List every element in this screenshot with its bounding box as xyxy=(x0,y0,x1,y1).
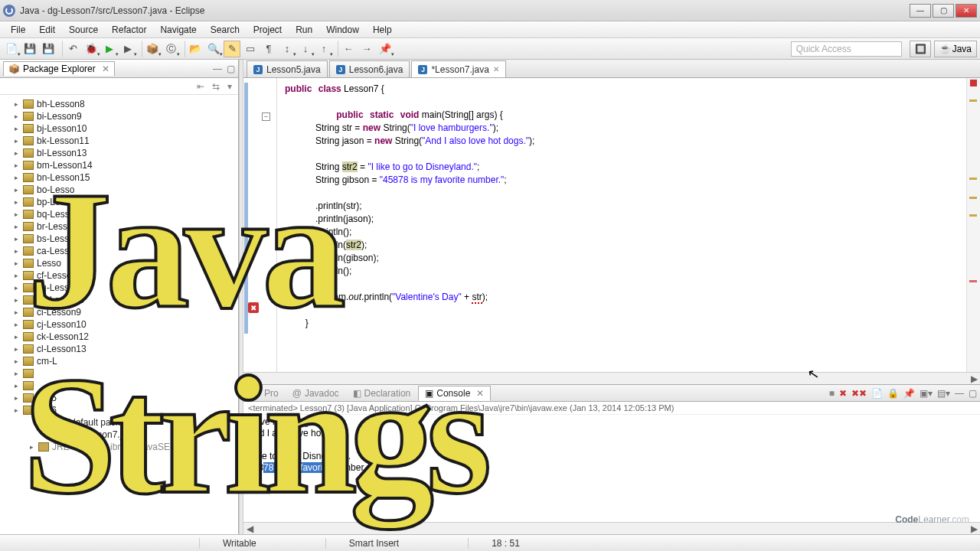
menu-navigate[interactable]: Navigate xyxy=(154,23,202,37)
tree-item[interactable]: ▸bh-Lesson8 xyxy=(2,98,237,110)
toggle-mark-icon[interactable]: ✎ xyxy=(224,41,240,57)
problems-tab[interactable]: ⚠Pro xyxy=(247,386,285,400)
remove-all-icon[interactable]: ✖✖ xyxy=(851,388,867,399)
menu-search[interactable]: Search xyxy=(204,23,246,37)
maximize-view-icon[interactable]: ▢ xyxy=(969,388,977,399)
tree-item[interactable]: ▸br-Lesso xyxy=(2,220,237,233)
toggle-block-icon[interactable]: ▭ xyxy=(242,41,259,57)
tree-item[interactable]: ▸ Lesso xyxy=(2,257,237,269)
close-button[interactable]: ✕ xyxy=(956,4,977,18)
editor-tab-lesson6[interactable]: Lesson6.java xyxy=(329,60,410,77)
code-area[interactable]: public class Lesson7 { public static voi… xyxy=(277,78,966,372)
code-editor[interactable]: − ✖ public class Lesson7 { public static… xyxy=(243,78,980,372)
tree-item[interactable]: ▸bp-Lesso xyxy=(2,196,237,208)
editor-tab-lesson7[interactable]: *Lesson7.java✕ xyxy=(411,60,505,77)
overview-ruler[interactable] xyxy=(966,78,980,372)
forward-icon[interactable]: → xyxy=(358,41,375,57)
tree-item[interactable]: ▸ xyxy=(2,380,237,392)
menu-refactor[interactable]: Refactor xyxy=(106,23,152,37)
fold-toggle-icon[interactable]: − xyxy=(262,112,270,121)
run-last-icon[interactable]: ▶ xyxy=(119,41,136,57)
new-icon[interactable]: 📄 xyxy=(3,41,20,57)
tree-item[interactable]: ▸bq-Lesso xyxy=(2,208,237,220)
tree-item[interactable]: ▸bk-Lesson11 xyxy=(2,135,237,147)
tree-item[interactable]: ▸ci-Lesson9 xyxy=(2,306,237,318)
tree-item[interactable]: ▸cm-L xyxy=(2,355,237,367)
minimize-view-icon[interactable]: — xyxy=(213,64,222,74)
scroll-lock-icon[interactable]: 🔒 xyxy=(887,388,899,399)
package-tree[interactable]: ▸bh-Lesson8▸bi-Lesson9▸bj-Lesson10▸bk-Le… xyxy=(0,95,238,534)
tree-item[interactable]: ▸bm-Lesson14 xyxy=(2,159,237,171)
menu-edit[interactable]: Edit xyxy=(33,23,61,37)
error-marker-icon[interactable]: ✖ xyxy=(248,302,259,313)
close-icon[interactable]: ✕ xyxy=(476,388,484,399)
tree-item-file[interactable]: Lesson7.java xyxy=(2,429,237,441)
menu-run[interactable]: Run xyxy=(289,23,318,37)
display-console-icon[interactable]: ▣▾ xyxy=(920,388,933,399)
tree-item[interactable]: ▸bn-Lesson15 xyxy=(2,171,237,184)
clear-console-icon[interactable]: 📄 xyxy=(871,388,883,399)
maximize-button[interactable]: ▢ xyxy=(933,4,954,18)
console-hscrollbar[interactable]: ◀▶ xyxy=(243,522,980,534)
tree-item[interactable]: ▸bi-Lesson9 xyxy=(2,110,237,122)
tree-item[interactable]: ▸cg-Lesson7 xyxy=(2,282,237,294)
menu-file[interactable]: File xyxy=(5,23,31,37)
tree-item-package[interactable]: ▾(default package) xyxy=(2,416,237,429)
view-menu-icon[interactable]: ▾ xyxy=(227,81,232,92)
tree-item[interactable]: ▸bs-Lesso xyxy=(2,233,237,245)
annotation-nav-icon[interactable]: ↕ xyxy=(279,41,296,57)
package-explorer-tab[interactable]: 📦 Package Explorer ✕ xyxy=(3,61,115,76)
close-icon[interactable]: ✕ xyxy=(102,64,109,74)
tree-item[interactable]: ▸bl-Lesson13 xyxy=(2,147,237,159)
search-icon[interactable]: 🔍 xyxy=(205,41,222,57)
pin-console-icon[interactable]: 📌 xyxy=(903,388,915,399)
new-package-icon[interactable]: 📦 xyxy=(144,41,161,57)
java-perspective-button[interactable]: ☕Java xyxy=(934,41,977,57)
tree-item[interactable]: ▸cf-Lesson6 xyxy=(2,269,237,282)
debug-icon[interactable]: 🐞 xyxy=(83,41,100,57)
tree-item[interactable]: ▸cj-Lesson10 xyxy=(2,318,237,331)
next-annotation-icon[interactable]: ↓ xyxy=(297,41,314,57)
menu-window[interactable]: Window xyxy=(320,23,365,37)
editor-gutter[interactable]: − ✖ xyxy=(243,78,277,372)
tree-item[interactable]: ▸bj-Lesson10 xyxy=(2,122,237,135)
editor-tab-lesson5[interactable]: Lesson5.java xyxy=(247,60,328,77)
editor-hscrollbar[interactable]: ◀▶ xyxy=(243,372,980,384)
open-console-icon[interactable]: ▤▾ xyxy=(937,388,950,399)
tree-item[interactable]: ▸ck-Lesson12 xyxy=(2,331,237,343)
collapse-all-icon[interactable]: ⇤ xyxy=(197,81,204,92)
maximize-view-icon[interactable]: ▢ xyxy=(227,64,235,74)
save-all-icon[interactable]: 💾 xyxy=(40,41,57,57)
minimize-view-icon[interactable]: — xyxy=(955,388,964,399)
menu-source[interactable]: Source xyxy=(63,23,104,37)
tree-item[interactable]: ▸ xyxy=(2,367,237,380)
tree-item[interactable]: ▸cl-Lesson13 xyxy=(2,343,237,355)
console-tab[interactable]: ▣Console✕ xyxy=(418,386,491,401)
terminate-icon[interactable]: ■ xyxy=(829,388,835,399)
minimize-button[interactable]: — xyxy=(910,4,931,18)
run-icon[interactable]: ▶ xyxy=(101,41,118,57)
menu-help[interactable]: Help xyxy=(367,23,398,37)
tree-item[interactable]: ▸bo-Lesso xyxy=(2,184,237,196)
close-icon[interactable]: ✕ xyxy=(493,65,499,73)
open-perspective-button[interactable]: 🔲 xyxy=(910,41,931,57)
new-class-icon[interactable]: Ⓒ xyxy=(162,41,179,57)
tree-item[interactable]: ▸son6 xyxy=(2,404,237,416)
quick-access-input[interactable]: Quick Access xyxy=(791,41,902,57)
menu-project[interactable]: Project xyxy=(247,23,288,37)
show-whitespace-icon[interactable]: ¶ xyxy=(260,41,277,57)
pin-icon[interactable]: 📌 xyxy=(377,41,394,57)
back-icon[interactable]: ← xyxy=(340,41,357,57)
tree-item[interactable]: ▸son5 xyxy=(2,392,237,404)
save-icon[interactable]: 💾 xyxy=(21,41,38,57)
tree-item[interactable]: ▸ch-Lesson8 xyxy=(2,294,237,306)
prev-annotation-icon[interactable]: ↑ xyxy=(315,41,332,57)
declaration-tab[interactable]: ◧Declaration xyxy=(347,386,417,400)
tree-item[interactable]: ▸ca-Lesso xyxy=(2,245,237,257)
remove-launch-icon[interactable]: ✖ xyxy=(839,388,847,399)
tree-item-jre[interactable]: ▸JRE System Library [JavaSE-1.7] xyxy=(2,441,237,453)
javadoc-tab[interactable]: @Javadoc xyxy=(286,386,345,400)
console-output[interactable]: I love hamburgers. And I also love hot d… xyxy=(243,415,980,522)
link-editor-icon[interactable]: ⇆ xyxy=(212,81,220,92)
undo-icon[interactable]: ↶ xyxy=(64,41,81,57)
